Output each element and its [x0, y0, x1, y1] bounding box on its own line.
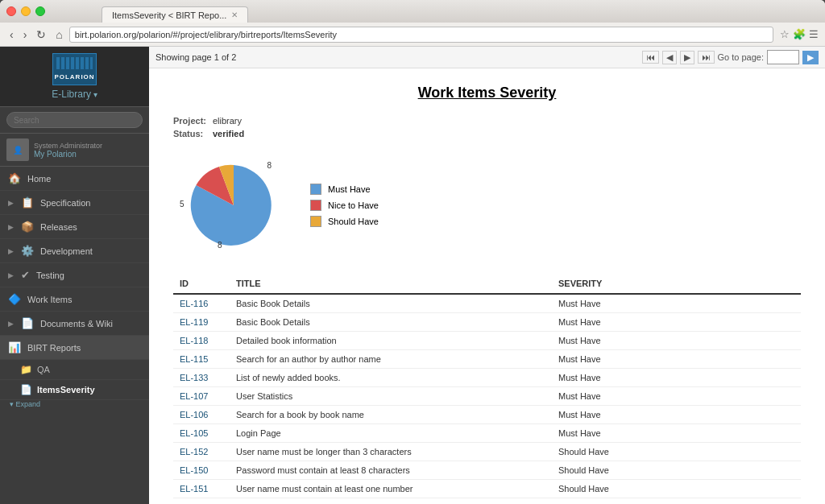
menu-icon[interactable]: ☰ — [809, 28, 819, 40]
cell-id: EL-150 — [173, 461, 230, 480]
next-page-button[interactable]: ▶ — [680, 51, 694, 64]
tab-title: ItemsSeverity < BIRT Repo... — [112, 10, 226, 20]
cell-title: Login Page — [230, 424, 552, 443]
id-link[interactable]: EL-115 — [180, 354, 208, 364]
cell-id: EL-151 — [173, 480, 230, 498]
legend-color-musthave — [310, 184, 321, 195]
workitems-icon: 🔷 — [8, 293, 21, 305]
maximize-button[interactable] — [35, 6, 45, 16]
id-link[interactable]: EL-105 — [180, 428, 208, 438]
meta-value-project: elibrary — [213, 114, 251, 127]
address-bar[interactable] — [69, 27, 773, 43]
cell-title: Password must contain at least one numbe… — [230, 498, 552, 505]
documents-icon: 📄 — [21, 317, 34, 329]
specification-icon: 📋 — [21, 196, 34, 209]
first-page-button[interactable]: ⏮ — [642, 51, 659, 64]
sidebar-item-testing[interactable]: ▶ ✔ Testing — [0, 263, 149, 287]
cell-severity: Must Have — [552, 387, 801, 406]
minimize-button[interactable] — [21, 6, 31, 16]
id-link[interactable]: EL-106 — [180, 410, 208, 419]
sidebar-item-label: Testing — [36, 271, 64, 280]
my-polarion-link[interactable]: My Polarion — [34, 150, 102, 159]
close-button[interactable] — [6, 6, 16, 16]
releases-icon: 📦 — [21, 221, 34, 233]
id-link[interactable]: EL-118 — [180, 336, 208, 345]
legend-color-nicetohave — [310, 200, 321, 211]
table-row: EL-115 Search for an author by author na… — [173, 350, 801, 369]
cell-severity: Should Have — [552, 443, 801, 461]
avatar: 👤 — [6, 138, 29, 161]
home-nav-button[interactable]: ⌂ — [52, 27, 65, 43]
prev-page-button[interactable]: ◀ — [662, 51, 677, 64]
expand-link[interactable]: ▾ Expand — [0, 400, 149, 408]
sidebar-item-label: BIRT Reports — [27, 343, 81, 353]
cell-id: EL-118 — [173, 332, 230, 350]
extension-icon[interactable]: 🧩 — [793, 28, 806, 40]
logo-text: POLARION — [54, 73, 94, 81]
cell-severity: Must Have — [552, 406, 801, 424]
legend-label-shouldhave: Should Have — [328, 217, 379, 226]
sidebar-subitem-itemsseverity[interactable]: 📄 ItemsSeverity — [0, 380, 149, 400]
browser-tab[interactable]: ItemsSeverity < BIRT Repo... ✕ — [102, 6, 248, 23]
sidebar-item-specification[interactable]: ▶ 📋 Specification — [0, 191, 149, 215]
table-row: EL-151 User name must contain at least o… — [173, 480, 801, 498]
report-body: Work Items Severity Project: elibrary St… — [149, 68, 825, 504]
table-row: EL-106 Search for a book by book name Mu… — [173, 406, 801, 424]
expand-arrow-icon: ▶ — [8, 247, 15, 255]
page-number-input[interactable] — [767, 50, 799, 64]
sidebar-item-workitems[interactable]: 🔷 Work Items — [0, 287, 149, 312]
cell-severity: Must Have — [552, 294, 801, 313]
cell-title: User name must contain at least one numb… — [230, 480, 552, 498]
chart-label-left: 5 — [180, 200, 184, 209]
id-link[interactable]: EL-116 — [180, 299, 208, 308]
project-selector[interactable]: E-Library — [52, 89, 97, 100]
cell-severity: Should Have — [552, 498, 801, 505]
table-row: EL-148 Password must contain at least on… — [173, 498, 801, 505]
id-link[interactable]: EL-152 — [180, 447, 208, 456]
cell-id: EL-115 — [173, 350, 230, 369]
main-content: Showing page 1 of 2 ⏮ ◀ ▶ ⏭ Go to page: … — [149, 47, 825, 504]
id-link[interactable]: EL-150 — [180, 465, 208, 475]
cell-title: User name must be longer than 3 characte… — [230, 443, 552, 461]
page-info: Showing page 1 of 2 — [155, 52, 236, 62]
report-title: Work Items Severity — [173, 85, 801, 101]
cell-severity: Should Have — [552, 480, 801, 498]
sidebar: POLARION E-Library 👤 System Administrato… — [0, 47, 149, 504]
last-page-button[interactable]: ⏭ — [698, 51, 715, 64]
id-link[interactable]: EL-133 — [180, 373, 208, 382]
legend-label-nicetohave: Nice to Have — [328, 200, 379, 210]
data-table: ID TITLE SEVERITY EL-116 Basic Book Deta… — [173, 274, 801, 504]
sidebar-subitem-qa[interactable]: 📁 QA — [0, 360, 149, 380]
table-row: EL-107 User Statistics Must Have — [173, 387, 801, 406]
cell-severity: Must Have — [552, 369, 801, 387]
id-link[interactable]: EL-107 — [180, 391, 208, 401]
sidebar-item-label: Specification — [40, 198, 90, 208]
cell-id: EL-152 — [173, 443, 230, 461]
sidebar-item-label: Releases — [40, 222, 77, 232]
table-row: EL-105 Login Page Must Have — [173, 424, 801, 443]
report-navigation: ⏮ ◀ ▶ ⏭ Go to page: ▶ — [642, 50, 819, 64]
sidebar-item-birt[interactable]: 📊 BIRT Reports — [0, 336, 149, 360]
refresh-button[interactable]: ↻ — [33, 27, 49, 43]
traffic-lights — [6, 6, 45, 16]
tab-bar: ItemsSeverity < BIRT Repo... ✕ — [45, 0, 248, 23]
sidebar-item-development[interactable]: ▶ ⚙️ Development — [0, 239, 149, 263]
sidebar-subitem-label: QA — [37, 365, 50, 374]
bookmark-icon[interactable]: ☆ — [780, 28, 790, 40]
chart-label-top: 8 — [267, 161, 272, 170]
nav-bar: ‹ › ↻ ⌂ ☆ 🧩 ☰ — [0, 23, 825, 47]
sidebar-logo: POLARION E-Library — [0, 47, 149, 107]
sidebar-item-home[interactable]: 🏠 Home — [0, 167, 149, 191]
back-button[interactable]: ‹ — [6, 27, 17, 43]
sidebar-item-releases[interactable]: ▶ 📦 Releases — [0, 215, 149, 239]
development-icon: ⚙️ — [21, 245, 34, 257]
sidebar-item-documents[interactable]: ▶ 📄 Documents & Wiki — [0, 312, 149, 336]
search-input[interactable] — [6, 112, 143, 128]
cell-severity: Must Have — [552, 332, 801, 350]
tab-close-icon[interactable]: ✕ — [231, 10, 238, 19]
go-button[interactable]: ▶ — [802, 51, 819, 64]
id-link[interactable]: EL-151 — [180, 484, 208, 494]
forward-button[interactable]: › — [20, 27, 31, 43]
id-link[interactable]: EL-119 — [180, 317, 208, 327]
cell-id: EL-133 — [173, 369, 230, 387]
